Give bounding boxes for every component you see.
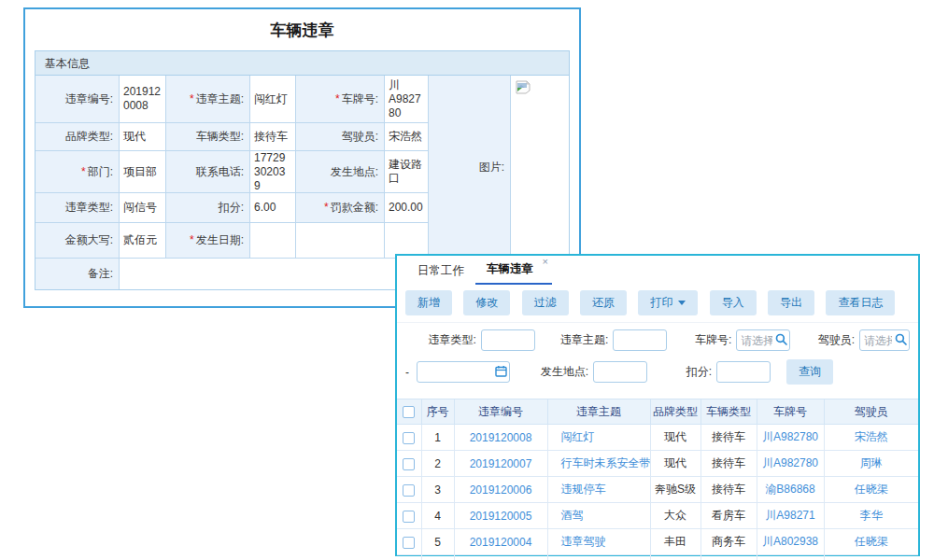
required-star: * bbox=[190, 233, 194, 247]
tab-vehicle-violation[interactable]: 车辆违章 × bbox=[475, 255, 552, 285]
cell-violation-id-link[interactable]: 2019120008 bbox=[454, 425, 547, 451]
cell-driver-link[interactable]: 任晓渠 bbox=[824, 555, 918, 560]
cell-driver-link[interactable]: 周琳 bbox=[824, 451, 918, 477]
row-checkbox[interactable] bbox=[403, 484, 415, 497]
field-value-vehicle-type: 接待车 bbox=[250, 123, 296, 151]
cell-subject-link[interactable]: 行车时未系安全带 bbox=[547, 451, 650, 477]
field-label-remark: 备注: bbox=[35, 259, 120, 289]
filter-button[interactable]: 过滤 bbox=[522, 290, 569, 315]
field-label-violation-no: 违章编号: bbox=[35, 76, 120, 123]
search-icon[interactable] bbox=[895, 333, 907, 345]
cell-subject-link[interactable]: 酒驾 bbox=[547, 503, 650, 529]
edit-button[interactable]: 修改 bbox=[463, 290, 510, 315]
cell-brand: 现代 bbox=[650, 451, 700, 477]
print-button[interactable]: 打印 bbox=[638, 290, 698, 315]
cell-brand: 丰田 bbox=[650, 529, 700, 555]
field-value-brand-type: 现代 bbox=[120, 123, 166, 151]
export-button[interactable]: 导出 bbox=[768, 290, 814, 315]
cell-subject-link[interactable]: 闯红灯 bbox=[547, 425, 650, 451]
cell-subject-link[interactable]: 违规停车 bbox=[547, 477, 650, 503]
cell-plate-link[interactable]: 川A982780 bbox=[757, 451, 824, 477]
cell-plate-link[interactable]: 渝AJ59484 bbox=[757, 555, 824, 560]
select-all-checkbox[interactable] bbox=[403, 406, 415, 418]
cell-no: 5 bbox=[421, 529, 454, 555]
field-label-department: *部门: bbox=[35, 151, 120, 193]
field-value-subject: 闯红灯 bbox=[250, 76, 296, 123]
filter-row-1: 违章类型: 违章主题: 车牌号: 驾驶员: bbox=[405, 329, 910, 351]
field-label-plate: *车牌号: bbox=[296, 76, 385, 123]
cell-vehicle-type: 商务车 bbox=[700, 529, 757, 555]
filter-label-subject: 违章主题: bbox=[551, 332, 609, 348]
select-all-header bbox=[397, 399, 421, 425]
cell-driver-link[interactable]: 任晓渠 bbox=[824, 529, 918, 555]
cell-violation-id-link[interactable]: 2019120007 bbox=[454, 451, 547, 477]
col-header-vehicle-type: 车辆类型 bbox=[700, 399, 757, 425]
cell-violation-id-link[interactable]: 2019120004 bbox=[454, 529, 547, 555]
cell-subject-link[interactable]: 路边临时停车 bbox=[547, 555, 650, 560]
cell-plate-link[interactable]: 川A982780 bbox=[757, 425, 824, 451]
field-label-amount-caps: 金额大写: bbox=[35, 223, 120, 259]
calendar-icon[interactable] bbox=[495, 365, 507, 377]
cell-vehicle-type: 商务车 bbox=[700, 555, 757, 560]
col-header-subject: 违章主题 bbox=[547, 399, 650, 425]
close-icon[interactable]: × bbox=[543, 256, 548, 267]
row-checkbox[interactable] bbox=[403, 537, 415, 549]
filter-label-location: 发生地点: bbox=[531, 364, 588, 380]
field-label-brand-type: 品牌类型: bbox=[35, 123, 120, 151]
violation-table: 序号 违章编号 违章主题 品牌类型 车辆类型 车牌号 驾驶员 1 2019120… bbox=[397, 399, 918, 560]
field-value-fine: 200.00 bbox=[385, 193, 429, 223]
tab-bar: 日常工作 车辆违章 × bbox=[397, 256, 918, 285]
cell-plate-link[interactable]: 川A802938 bbox=[757, 529, 824, 555]
table-row: 6 2019120002 路边临时停车 奥迪 商务车 渝AJ59484 任晓渠 bbox=[397, 555, 918, 560]
cell-plate-link[interactable]: 渝B86868 bbox=[757, 477, 824, 503]
required-star: * bbox=[335, 92, 340, 106]
restore-button[interactable]: 还原 bbox=[580, 290, 627, 315]
cell-violation-id-link[interactable]: 2019120006 bbox=[454, 477, 547, 503]
search-icon[interactable] bbox=[775, 333, 787, 345]
row-checkbox[interactable] bbox=[403, 511, 415, 523]
violation-type-input[interactable] bbox=[481, 329, 535, 351]
table-row: 1 2019120008 闯红灯 现代 接待车 川A982780 宋浩然 bbox=[397, 425, 918, 451]
row-checkbox[interactable] bbox=[403, 432, 415, 444]
field-value-department: 项目部 bbox=[120, 151, 166, 193]
tab-daily-work[interactable]: 日常工作 bbox=[406, 257, 475, 285]
field-value-plate: 川A982780 bbox=[385, 76, 429, 123]
field-label-date: *发生日期: bbox=[166, 223, 250, 259]
field-label-violation-type: 违章类型: bbox=[35, 193, 120, 223]
field-label-phone: 联系电话: bbox=[166, 151, 250, 193]
cell-vehicle-type: 接待车 bbox=[700, 451, 757, 477]
cell-vehicle-type: 接待车 bbox=[700, 425, 757, 451]
cell-no: 4 bbox=[421, 503, 454, 529]
col-header-plate: 车牌号 bbox=[757, 399, 824, 425]
import-button[interactable]: 导入 bbox=[710, 290, 757, 315]
empty-cell bbox=[296, 223, 385, 259]
cell-driver-link[interactable]: 李华 bbox=[824, 503, 918, 529]
col-header-brand: 品牌类型 bbox=[650, 399, 700, 425]
table-row: 2 2019120007 行车时未系安全带 现代 接待车 川A982780 周琳 bbox=[397, 451, 918, 477]
cell-no: 6 bbox=[421, 555, 454, 560]
points-input[interactable] bbox=[716, 361, 771, 383]
cell-vehicle-type: 接待车 bbox=[700, 477, 757, 503]
col-header-driver: 驾驶员 bbox=[824, 399, 918, 425]
row-checkbox[interactable] bbox=[403, 458, 415, 470]
location-input[interactable] bbox=[593, 361, 647, 383]
subject-input[interactable] bbox=[613, 329, 667, 351]
add-button[interactable]: 新增 bbox=[405, 290, 452, 315]
cell-vehicle-type: 看房车 bbox=[700, 503, 757, 529]
view-log-button[interactable]: 查看日志 bbox=[826, 290, 895, 315]
required-star: * bbox=[81, 165, 86, 179]
field-value-location: 建设路口 bbox=[385, 151, 429, 193]
col-header-violation-id: 违章编号 bbox=[454, 399, 547, 425]
cell-driver-link[interactable]: 任晓渠 bbox=[824, 477, 918, 503]
cell-plate-link[interactable]: 川A98271 bbox=[757, 503, 824, 529]
field-value-image bbox=[511, 76, 562, 259]
field-label-image: 图片: bbox=[429, 76, 511, 259]
cell-driver-link[interactable]: 宋浩然 bbox=[824, 425, 918, 451]
cell-violation-id-link[interactable]: 2019120005 bbox=[454, 503, 547, 529]
date-range-dash: - bbox=[405, 366, 417, 379]
filter-label-violation-type: 违章类型: bbox=[405, 332, 476, 348]
cell-violation-id-link[interactable]: 2019120002 bbox=[454, 555, 547, 560]
search-button[interactable]: 查询 bbox=[786, 359, 833, 385]
cell-subject-link[interactable]: 违章驾驶 bbox=[547, 529, 650, 555]
field-label-fine: *罚款金额: bbox=[296, 193, 385, 223]
